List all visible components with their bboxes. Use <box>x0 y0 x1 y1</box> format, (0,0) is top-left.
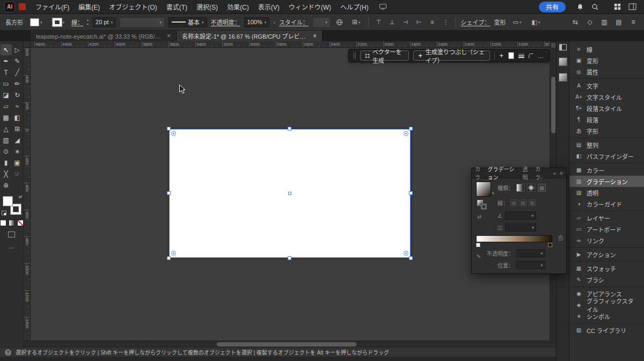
panel-menu-icon[interactable]: ≡ <box>560 170 563 176</box>
artboard-tool[interactable]: ▣ <box>12 157 23 168</box>
app-icon[interactable]: Ai <box>4 2 15 12</box>
stroke-color-picker[interactable]: ▾ <box>49 17 68 27</box>
transform-quick-label[interactable]: 変形 <box>494 18 506 26</box>
sparkle-icon[interactable] <box>499 53 504 59</box>
corner-widget-nw[interactable] <box>171 131 176 136</box>
width-profile-select[interactable]: ▾ <box>120 17 165 27</box>
style-swatch-select[interactable]: ▾ <box>312 17 331 27</box>
corner-widget-ne[interactable] <box>404 131 408 136</box>
stage-icon[interactable] <box>379 3 387 10</box>
panel-item-transparency[interactable]: ▨透明 <box>569 187 644 198</box>
workspace-layout-icon[interactable] <box>625 1 640 13</box>
tab-close-icon[interactable]: × <box>313 33 317 39</box>
panel-item-attributes[interactable]: ◎属性 <box>569 66 644 77</box>
freeform-gradient-button[interactable]: ▩ <box>538 184 546 192</box>
menu-select[interactable]: 選択(S) <box>192 0 222 13</box>
horizontal-scrollbar[interactable] <box>24 341 550 347</box>
document-setup-select[interactable]: ⊞ ▾ <box>349 17 364 27</box>
selection-tool[interactable]: ↖ <box>1 44 12 55</box>
stroke-along-icon[interactable]: ▥ <box>519 199 526 206</box>
free-transform-tool[interactable]: ▦ <box>1 112 12 123</box>
gradient-fill-swatch[interactable] <box>477 200 483 206</box>
selection-handle-nw[interactable] <box>167 127 171 131</box>
panel-item-swatches[interactable]: ▦スウォッチ <box>569 263 644 274</box>
distribute-bottom-icon[interactable]: ⋮ <box>441 17 450 27</box>
curvature-tool[interactable]: ✎ <box>12 55 23 67</box>
default-fill-stroke-icon[interactable] <box>2 211 6 215</box>
stroke-weight-input[interactable]: 20 pt ▾ <box>92 17 116 27</box>
panel-item-brushes[interactable]: ✎ブラシ <box>569 274 644 285</box>
gradient-eyedropper-icon[interactable]: ✎ <box>477 254 481 259</box>
reverse-gradient-icon[interactable]: ⇄ <box>477 214 481 220</box>
panel-item-artboards[interactable]: ▭アートボード <box>569 223 644 235</box>
distribute-center-icon[interactable]: ≡ <box>427 17 437 27</box>
panel-item-paragraph-styles[interactable]: ¶+段落スタイル <box>569 103 644 114</box>
search-icon[interactable] <box>588 1 602 13</box>
color-button[interactable] <box>0 220 6 226</box>
globe-icon[interactable] <box>334 17 345 27</box>
linear-gradient-button[interactable] <box>516 184 524 192</box>
tab-close-icon[interactable]: × <box>167 33 171 39</box>
gradient-thumbnail[interactable] <box>476 182 491 197</box>
align-left-icon[interactable]: ⊤ <box>374 17 383 27</box>
scale-tool[interactable]: ▱ <box>1 100 12 112</box>
more-options-chevron[interactable]: › <box>273 19 275 25</box>
panel-item-align[interactable]: ▤整列 <box>569 139 644 150</box>
rectangle-tool[interactable]: ▭ <box>1 78 12 89</box>
menu-type[interactable]: 書式(T) <box>162 0 192 13</box>
menu-file[interactable]: ファイル(F) <box>31 0 74 13</box>
generative-fill-button[interactable]: 生成塗りつぶし（シェイプ） <box>413 50 490 61</box>
expand-panels-icon[interactable] <box>559 44 567 50</box>
fill-swatch[interactable] <box>508 52 514 59</box>
delete-stop-icon[interactable] <box>558 235 564 242</box>
panel-item-graphic-styles[interactable]: ◈グラフィックスタイル <box>569 299 644 311</box>
object-center-point[interactable] <box>288 192 291 195</box>
gradient-stop-start[interactable] <box>476 243 480 247</box>
selection-handle-sw[interactable] <box>167 256 171 260</box>
home-icon[interactable] <box>19 3 26 10</box>
mesh-tool[interactable]: ⊞ <box>12 123 23 134</box>
draw-mode-button[interactable] <box>8 232 15 237</box>
line-segment-tool[interactable]: ╱ <box>12 67 23 78</box>
fill-color-picker[interactable]: ▾ <box>27 17 46 27</box>
pathfinder-quick-select[interactable]: ◧ ▾ <box>528 17 543 27</box>
selection-handle-w[interactable] <box>167 191 171 195</box>
eraser-tool[interactable]: ◪ <box>1 89 12 100</box>
stroke-swatch[interactable] <box>53 18 62 26</box>
menu-window[interactable]: ウィンドウ(W) <box>284 0 335 13</box>
ruler-corner[interactable] <box>24 41 31 48</box>
brush-definition-select[interactable]: 基本 ▾ <box>169 17 207 27</box>
taskbar-grip[interactable] <box>354 52 356 59</box>
dock-thumbnail-1[interactable] <box>559 57 567 66</box>
stepper-up-icon[interactable]: ▴ <box>87 18 89 21</box>
gradient-tool[interactable]: ▥ <box>1 134 12 146</box>
none-button[interactable] <box>17 220 24 226</box>
distribute-top-icon[interactable]: ⊢ <box>414 17 423 27</box>
notifications-bell-icon[interactable] <box>573 1 587 13</box>
shape-link[interactable]: シェイプ： <box>460 18 490 26</box>
align-center-icon[interactable]: ⊥ <box>387 17 397 27</box>
stroke-weight-icon[interactable] <box>518 53 524 59</box>
blend-tool[interactable]: ⊙ <box>1 146 12 157</box>
panel-item-paragraph[interactable]: ¶段落 <box>569 114 644 125</box>
width-tool[interactable]: ≈ <box>12 100 23 112</box>
panel-item-actions[interactable]: ▶アクション <box>569 249 644 260</box>
panel-item-glyphs[interactable]: あ字形 <box>569 125 644 136</box>
selection-handle-se[interactable] <box>409 256 413 260</box>
panel-item-stroke[interactable]: ≡線 <box>569 44 644 55</box>
opacity-select[interactable]: 100% ▾ <box>244 17 270 27</box>
align-right-icon[interactable]: ⊣ <box>400 17 410 27</box>
menu-effect[interactable]: 効果(C) <box>223 0 253 13</box>
panel-item-color-guide[interactable]: ◑カラーガイド <box>569 198 644 210</box>
menu-object[interactable]: オブジェクト(O) <box>105 0 161 13</box>
scroll-up-button[interactable] <box>551 43 555 48</box>
fill-swatch[interactable] <box>3 196 13 206</box>
shape-builder-tool[interactable]: ◧ <box>12 112 23 123</box>
panel-item-character-styles[interactable]: A+文字スタイル <box>569 91 644 103</box>
corner-widget-sw[interactable] <box>171 251 176 256</box>
stroke-weight-stepper[interactable]: ▴ ▾ <box>87 18 89 26</box>
panel-item-links[interactable]: ∞リンク <box>569 235 644 246</box>
caret-down-icon[interactable]: ▾ <box>492 191 494 196</box>
swap-transform-icon[interactable]: ⇆ <box>570 17 581 27</box>
document-tab-2[interactable]: 名称未設定-1* @ 16.67 % (RGB/CPU プレビュー) × <box>177 31 323 41</box>
